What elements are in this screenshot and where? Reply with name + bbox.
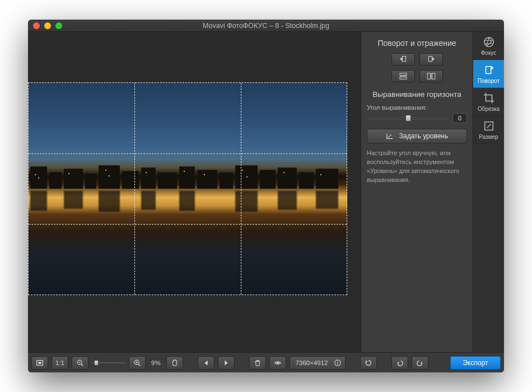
reset-button[interactable] — [360, 356, 377, 370]
compare-button[interactable] — [269, 356, 286, 370]
tool-crop[interactable]: Обрезка — [473, 88, 504, 116]
flip-vertical-icon — [398, 72, 408, 80]
trash-icon — [254, 359, 262, 367]
flip-horizontal-button[interactable] — [419, 70, 443, 82]
zoom-out-icon — [76, 359, 84, 367]
help-text: Настройте угол вручную, или воспользуйте… — [367, 149, 467, 185]
aperture-icon — [483, 36, 495, 48]
svg-rect-9 — [486, 66, 491, 73]
fit-screen-button[interactable] — [31, 356, 48, 370]
tool-rotate[interactable]: Поворот — [473, 60, 504, 88]
rotate-right-button[interactable] — [419, 53, 443, 66]
titlebar: Movavi ФотоФОКУС – 8 - Stockholm.jpg — [28, 20, 504, 32]
angle-label: Угол выравнивания: — [367, 104, 467, 111]
zoom-slider[interactable] — [92, 359, 125, 367]
rotate-icon — [483, 64, 495, 76]
svg-point-8 — [484, 37, 493, 46]
next-image-button[interactable] — [218, 356, 235, 370]
actual-size-label: 1:1 — [55, 360, 64, 366]
pan-hand-button[interactable] — [166, 356, 183, 370]
zoom-percent: 9% — [149, 360, 163, 366]
undo-button[interactable] — [391, 356, 408, 370]
actual-size-button[interactable]: 1:1 — [52, 356, 68, 370]
export-button[interactable]: Экспорт — [450, 356, 501, 370]
svg-rect-2 — [400, 73, 407, 76]
tool-crop-label: Обрезка — [478, 106, 500, 112]
rotate-left-button[interactable] — [391, 53, 415, 66]
set-level-button[interactable]: Задать уровень — [367, 129, 467, 143]
rotate-left-icon — [398, 55, 408, 63]
reflection-art — [28, 191, 347, 226]
reset-icon — [365, 359, 372, 367]
triangle-left-icon — [202, 359, 210, 367]
svg-line-17 — [138, 364, 140, 366]
fit-screen-icon — [36, 359, 44, 367]
skyline-art — [28, 164, 347, 189]
tool-rotate-label: Поворот — [478, 78, 500, 84]
zoom-out-button[interactable] — [72, 356, 88, 370]
photo-preview — [28, 82, 347, 295]
dimensions-text: 7360×4912 — [293, 360, 330, 366]
svg-rect-12 — [38, 362, 41, 364]
svg-point-23 — [337, 361, 338, 362]
app-window: Movavi ФотоФОКУС – 8 - Stockholm.jpg — [28, 20, 504, 372]
tool-focus-label: Фокус — [481, 50, 497, 56]
svg-rect-5 — [427, 73, 430, 80]
zoom-in-icon — [133, 359, 141, 367]
angle-slider[interactable] — [367, 114, 449, 122]
tool-focus[interactable]: Фокус — [473, 32, 504, 60]
svg-rect-0 — [402, 57, 405, 62]
redo-button[interactable] — [412, 356, 428, 370]
side-panel: Поворот и отражение Выравнивание горизон… — [361, 32, 473, 352]
flip-horizontal-icon — [426, 72, 436, 80]
straighten-heading: Выравнивание горизонта — [367, 90, 467, 99]
delete-button[interactable] — [249, 356, 266, 370]
svg-rect-6 — [432, 73, 435, 80]
crop-icon — [483, 92, 495, 104]
rotate-heading: Поворот и отражение — [367, 39, 467, 48]
triangle-right-icon — [222, 359, 230, 367]
undo-icon — [396, 359, 404, 367]
zoom-in-button[interactable] — [129, 356, 146, 370]
svg-rect-1 — [428, 57, 432, 62]
tool-column: Фокус Поворот Обрезка Размер — [473, 32, 504, 352]
level-icon — [386, 132, 394, 140]
export-label: Экспорт — [463, 359, 488, 367]
resize-icon — [483, 120, 495, 132]
tool-resize-label: Размер — [479, 134, 498, 140]
image-canvas[interactable] — [28, 32, 361, 352]
angle-value[interactable]: 0 — [452, 113, 467, 123]
svg-line-14 — [81, 364, 83, 366]
redo-icon — [416, 359, 424, 367]
svg-point-20 — [277, 362, 279, 364]
info-icon — [334, 359, 342, 367]
hand-icon — [171, 359, 179, 367]
eye-icon — [274, 359, 282, 367]
rotate-right-icon — [426, 55, 436, 63]
flip-vertical-button[interactable] — [391, 70, 415, 82]
window-title: Movavi ФотоФОКУС – 8 - Stockholm.jpg — [28, 22, 504, 30]
set-level-label: Задать уровень — [399, 132, 448, 140]
bottom-toolbar: 1:1 9% 7360×4912 — [28, 352, 504, 372]
main-body: Поворот и отражение Выравнивание горизон… — [28, 32, 504, 352]
svg-rect-3 — [400, 77, 407, 80]
dimensions-readout[interactable]: 7360×4912 — [290, 356, 346, 370]
tool-resize[interactable]: Размер — [473, 116, 504, 144]
prev-image-button[interactable] — [198, 356, 214, 370]
